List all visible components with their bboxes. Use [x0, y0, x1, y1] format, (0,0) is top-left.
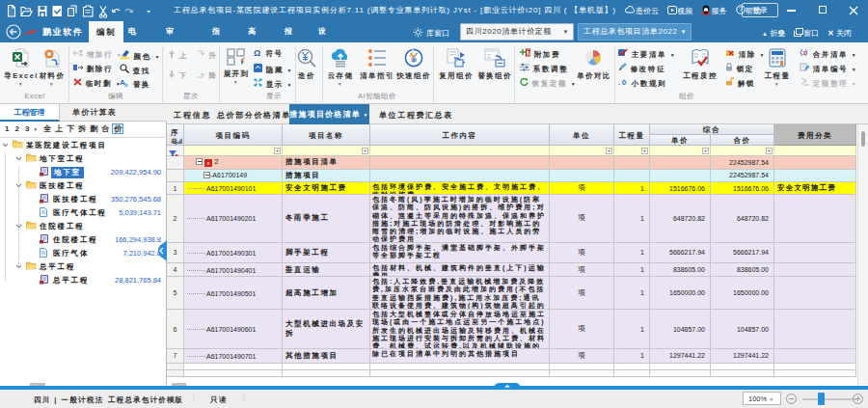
svg-text:2: 2 — [802, 50, 807, 56]
svg-text:b: b — [124, 82, 129, 87]
svg-text:.0: .0 — [618, 78, 628, 86]
svg-text:7: 7 — [527, 49, 530, 56]
